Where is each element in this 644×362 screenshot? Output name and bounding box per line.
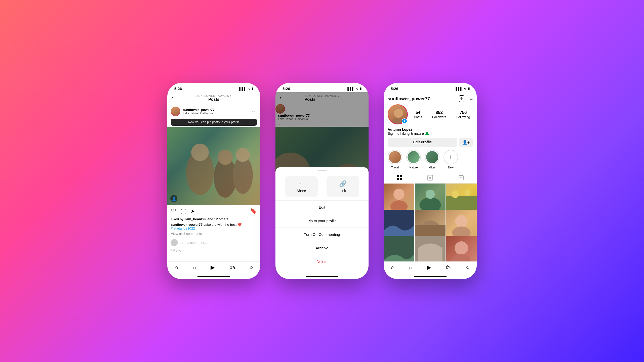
post-time: 1 day ago: [167, 248, 260, 254]
nav-home-3[interactable]: ⌂: [391, 264, 394, 271]
highlight-hikes[interactable]: Hikes: [425, 150, 439, 169]
wifi-icon-3: ∿: [464, 87, 467, 90]
signal-icon-2: ▌▌▌: [347, 87, 354, 90]
link-icon: 🔗: [339, 180, 347, 187]
post-username[interactable]: sunflower_power77: [183, 108, 252, 112]
post-caption: sunflower_power77 Lake trip with the bes…: [167, 222, 260, 232]
signal-icon-1: ▌▌▌: [239, 87, 246, 90]
highlight-hikes-image: [426, 151, 438, 163]
post-user-row: sunflower_power77 Lake Tahoe, California…: [167, 104, 260, 119]
sheet-handle: [317, 170, 327, 171]
svg-point-31: [455, 215, 468, 228]
wifi-icon-1: ∿: [248, 87, 250, 90]
comment-input[interactable]: Add a comment...: [180, 241, 207, 245]
nav-home-1[interactable]: ⌂: [175, 264, 178, 271]
nav-shop-3[interactable]: 🛍: [446, 264, 451, 271]
stat-followers-label: Followers: [432, 115, 446, 119]
tab-reels[interactable]: [415, 172, 446, 183]
profile-avatar-wrap: +: [388, 104, 408, 124]
user-avatar[interactable]: [171, 107, 180, 116]
add-person-icon: 👤+: [462, 140, 470, 145]
highlight-travel-image: [389, 151, 401, 163]
signal-icon-3: ▌▌▌: [456, 87, 463, 90]
add-person-button[interactable]: 👤+: [459, 138, 473, 147]
share-button[interactable]: ➤: [191, 208, 195, 214]
tab-tagged[interactable]: [446, 172, 477, 183]
grid-cell-9[interactable]: [446, 236, 477, 261]
header-center: SUNFLOWER_POWER77 Posts: [196, 94, 231, 102]
highlight-new-ring: +: [444, 150, 458, 164]
phone3-content: sunflower_power77 + ≡ +: [384, 92, 477, 261]
comment-button[interactable]: ◯: [180, 208, 187, 214]
sheet-archive-button[interactable]: Archive: [275, 241, 369, 255]
grid-cell-7[interactable]: [384, 236, 414, 261]
post-location: Lake Tahoe, California: [183, 112, 252, 115]
svg-point-22: [393, 189, 405, 200]
stat-following[interactable]: 756 Following: [456, 110, 470, 119]
caption-username[interactable]: sunflower_power77: [171, 223, 203, 227]
nav-shop-1[interactable]: 🛍: [229, 264, 235, 271]
caption-hashtag[interactable]: #laketahoe2022: [171, 227, 195, 230]
pin-tooltip: Now you can pin posts to your profile: [171, 119, 257, 126]
post-options-button[interactable]: ···: [252, 109, 257, 114]
hamburger-menu-button[interactable]: ≡: [470, 96, 473, 102]
back-button[interactable]: ‹: [171, 95, 173, 101]
bio-text: Big into hiking & nature 🌲: [388, 131, 473, 135]
bookmark-button[interactable]: 🔖: [250, 208, 257, 214]
status-time-1: 5:26: [174, 86, 182, 91]
sheet-share-button[interactable]: ↑ Share: [285, 176, 318, 197]
highlight-new[interactable]: + New: [444, 150, 458, 169]
svg-point-36: [452, 254, 470, 261]
highlight-nature[interactable]: Nature: [406, 150, 421, 169]
home-indicator-1: [197, 276, 230, 277]
nav-search-1[interactable]: ⌕: [193, 264, 196, 271]
phone-2: 5:26 ▌▌▌ ∿ ▮ ‹ SUNFLOWER_POWER77 Posts: [275, 83, 369, 279]
battery-icon-3: ▮: [468, 87, 470, 90]
status-time-3: 5:26: [391, 86, 398, 91]
profile-header-icons: + ≡: [459, 95, 473, 102]
comment-user-avatar: [171, 239, 178, 246]
view-comments-button[interactable]: View all 5 comments: [167, 232, 260, 237]
highlight-travel-ring: [388, 150, 402, 164]
nav-reels-1[interactable]: ▶: [211, 264, 215, 271]
stat-posts: 54 Posts: [414, 110, 422, 119]
share-icon: ↑: [300, 180, 303, 187]
grid-cell-8[interactable]: [415, 236, 446, 261]
profile-tabs: [384, 172, 477, 184]
svg-point-20: [429, 177, 431, 179]
sheet-link-button[interactable]: 🔗 Link: [327, 176, 359, 197]
stat-posts-label: Posts: [414, 115, 422, 119]
status-bar-1: 5:26 ▌▌▌ ∿ ▮: [167, 83, 260, 92]
nav-profile-3[interactable]: ○: [466, 264, 469, 271]
svg-point-28: [464, 190, 470, 196]
tag-person-icon[interactable]: 👤: [170, 195, 177, 202]
sheet-turn-off-commenting-button[interactable]: Turn Off Commenting: [275, 228, 369, 241]
sheet-edit-button[interactable]: Edit: [275, 201, 369, 214]
profile-username-header: sunflower_power77: [388, 96, 430, 102]
post-likes: Liked by liam_beanz99 and 12 others: [167, 217, 260, 222]
post-user-info: sunflower_power77 Lake Tahoe, California: [183, 108, 252, 115]
status-bar-2: 5:26 ▌▌▌ ∿ ▮: [275, 83, 369, 92]
highlight-travel[interactable]: Travel: [388, 150, 402, 169]
svg-point-25: [426, 190, 435, 199]
liked-by-user[interactable]: liam_beanz99: [184, 217, 207, 221]
nav-profile-1[interactable]: ○: [250, 264, 253, 271]
post-actions: ♡ ◯ ➤ 🔖: [167, 205, 260, 217]
edit-profile-button[interactable]: Edit Profile: [388, 138, 457, 147]
sheet-pin-button[interactable]: Pin to your profile: [275, 214, 369, 228]
svg-rect-18: [400, 178, 402, 180]
highlight-nature-label: Nature: [409, 166, 418, 169]
stat-followers[interactable]: 852 Followers: [432, 110, 446, 119]
svg-rect-15: [397, 175, 399, 177]
status-time-2: 5:26: [283, 86, 290, 91]
add-post-button[interactable]: +: [459, 95, 465, 102]
highlight-travel-label: Travel: [391, 166, 399, 169]
add-to-story-badge[interactable]: +: [402, 118, 407, 124]
svg-point-5: [236, 148, 250, 162]
nav-reels-3[interactable]: ▶: [427, 264, 431, 271]
tab-grid[interactable]: [384, 172, 415, 183]
sheet-delete-button[interactable]: Delete: [275, 255, 369, 268]
nav-search-3[interactable]: ⌕: [409, 264, 412, 271]
like-button[interactable]: ♡: [171, 208, 176, 215]
status-icons-3: ▌▌▌ ∿ ▮: [456, 87, 470, 90]
